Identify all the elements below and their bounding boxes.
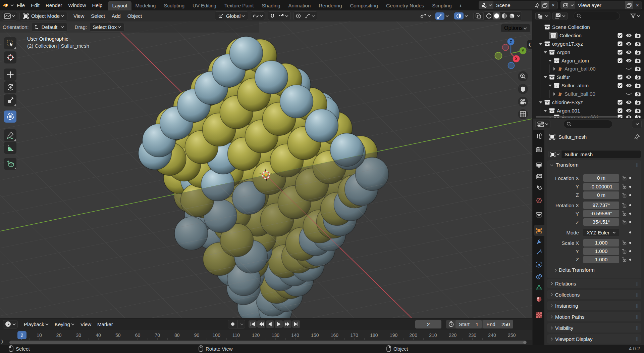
svg-text:X: X <box>515 57 518 61</box>
svg-text:Y: Y <box>522 49 524 53</box>
svg-text:Z: Z <box>510 40 512 44</box>
